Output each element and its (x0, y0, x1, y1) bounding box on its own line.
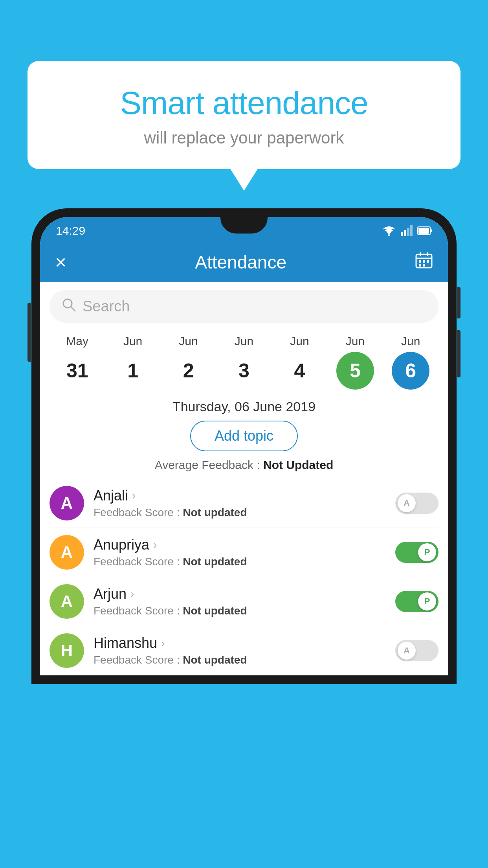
toggle-knob: A (398, 642, 416, 660)
student-feedback: Feedback Score : Not updated (94, 654, 386, 666)
speech-bubble-subtitle: will replace your paperwork (47, 129, 441, 147)
calendar-day-3[interactable]: Jun3 (222, 335, 266, 390)
close-icon[interactable]: × (55, 251, 66, 274)
student-feedback: Feedback Score : Not updated (94, 555, 386, 568)
svg-rect-5 (410, 225, 413, 236)
student-name: Anupriya › (94, 537, 386, 553)
calendar-day-1[interactable]: Jun1 (111, 335, 154, 390)
chevron-icon: › (153, 539, 157, 551)
cal-date[interactable]: 3 (225, 352, 263, 390)
student-info: Anjali ›Feedback Score : Not updated (94, 487, 386, 519)
cal-date[interactable]: 4 (281, 352, 318, 390)
student-row[interactable]: AArjun ›Feedback Score : Not updatedP (50, 577, 438, 626)
student-list: AAnjali ›Feedback Score : Not updatedAAA… (40, 479, 448, 675)
cal-month: Jun (290, 335, 309, 348)
attendance-toggle[interactable]: A (395, 493, 438, 514)
calendar-day-2[interactable]: Jun2 (167, 335, 210, 390)
cal-month: May (66, 335, 88, 348)
chevron-icon: › (161, 637, 165, 649)
calendar-strip: May31Jun1Jun2Jun3Jun4Jun5Jun6 (40, 327, 448, 390)
student-avatar: H (50, 633, 84, 668)
cal-date[interactable]: 6 (392, 352, 429, 390)
attendance-toggle[interactable]: P (395, 591, 438, 612)
student-name: Himanshu › (94, 635, 386, 651)
cal-date[interactable]: 2 (170, 352, 207, 390)
cal-month: Jun (346, 335, 365, 348)
student-row[interactable]: AAnjali ›Feedback Score : Not updatedA (50, 479, 438, 528)
student-feedback: Feedback Score : Not updated (94, 506, 386, 519)
cal-date[interactable]: 5 (336, 352, 374, 390)
battery-icon (417, 226, 432, 235)
selected-date-label: Thursday, 06 June 2019 (40, 390, 448, 421)
svg-rect-7 (430, 229, 432, 232)
student-name: Arjun › (94, 586, 386, 602)
svg-rect-13 (419, 260, 421, 263)
search-icon (61, 297, 76, 316)
phone-frame: 14:29 (31, 208, 457, 868)
svg-line-19 (71, 307, 75, 311)
search-input[interactable]: Search (83, 298, 427, 315)
calendar-day-5[interactable]: Jun5 (334, 335, 377, 390)
student-avatar: A (50, 486, 84, 520)
chevron-icon: › (130, 588, 134, 600)
toggle-knob: A (398, 494, 416, 512)
attendance-toggle[interactable]: P (395, 542, 438, 563)
student-row[interactable]: AAnupriya ›Feedback Score : Not updatedP (50, 528, 438, 577)
svg-rect-17 (423, 264, 425, 267)
calendar-day-31[interactable]: May31 (56, 335, 99, 390)
cal-month: Jun (123, 335, 142, 348)
status-time: 14:29 (56, 224, 85, 237)
student-row[interactable]: HHimanshu ›Feedback Score : Not updatedA (50, 626, 438, 675)
svg-rect-4 (407, 228, 409, 236)
svg-rect-3 (404, 230, 406, 236)
svg-rect-16 (419, 264, 421, 267)
attendance-toggle[interactable]: A (395, 640, 438, 661)
power-button (457, 287, 460, 318)
svg-rect-15 (427, 260, 429, 263)
chevron-icon: › (132, 489, 136, 502)
status-icons (382, 225, 432, 236)
app-bar-title: Attendance (195, 252, 286, 273)
student-info: Himanshu ›Feedback Score : Not updated (94, 635, 386, 666)
toggle-knob: P (418, 543, 436, 561)
svg-rect-8 (418, 228, 429, 234)
calendar-day-4[interactable]: Jun4 (278, 335, 321, 390)
toggle-knob: P (418, 592, 436, 611)
student-avatar: A (50, 584, 84, 619)
cal-date[interactable]: 31 (59, 352, 96, 390)
svg-rect-14 (423, 260, 425, 263)
svg-marker-0 (386, 231, 392, 235)
svg-rect-2 (401, 232, 403, 236)
svg-point-1 (388, 234, 390, 236)
student-info: Anupriya ›Feedback Score : Not updated (94, 537, 386, 568)
phone-screen: 14:29 (40, 217, 448, 675)
signal-icon (401, 225, 413, 236)
calendar-icon[interactable] (415, 251, 433, 274)
wifi-icon (382, 225, 396, 236)
add-topic-button[interactable]: Add topic (190, 421, 298, 451)
student-name: Anjali › (94, 487, 386, 504)
cal-month: Jun (401, 335, 420, 348)
cal-month: Jun (235, 335, 253, 348)
speech-bubble-container: Smart attendance will replace your paper… (28, 61, 460, 169)
speech-bubble-title: Smart attendance (47, 85, 441, 121)
student-feedback: Feedback Score : Not updated (94, 605, 386, 617)
student-info: Arjun ›Feedback Score : Not updated (94, 586, 386, 617)
avg-feedback: Average Feedback : Not Updated (40, 458, 448, 472)
student-avatar: A (50, 535, 84, 570)
app-bar: × Attendance (40, 242, 448, 282)
calendar-day-6[interactable]: Jun6 (389, 335, 432, 390)
phone-outer: 14:29 (31, 208, 457, 684)
search-bar[interactable]: Search (50, 290, 438, 323)
volume-button (457, 330, 460, 377)
volume-left-button (28, 303, 31, 362)
cal-month: Jun (179, 335, 198, 348)
cal-date[interactable]: 1 (114, 352, 152, 390)
speech-bubble: Smart attendance will replace your paper… (28, 61, 460, 169)
